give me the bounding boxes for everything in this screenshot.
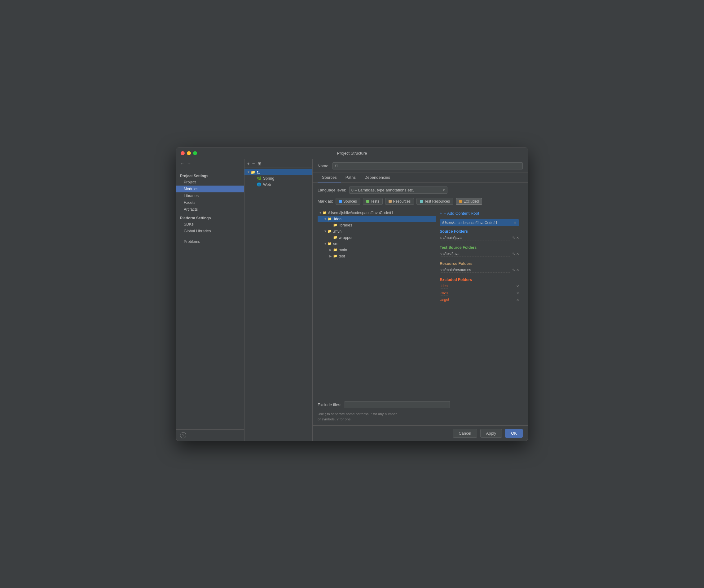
mvn-toggle[interactable]: ▼ — [324, 230, 328, 233]
test-folder-icon: 📁 — [333, 254, 338, 258]
resource-folder-edit-0[interactable]: ✎ — [512, 268, 515, 272]
excluded-dot — [459, 200, 462, 203]
exclude-files-row: Exclude files: — [313, 398, 528, 411]
content-root-path-text: /Users/…codespace/JavaCode/t1 — [442, 221, 497, 225]
tree-item-mvn[interactable]: ▼ 📁 .mvn — [317, 228, 436, 235]
sidebar-item-modules[interactable]: Modules — [176, 186, 244, 192]
tree-item-test[interactable]: ▶ 📁 test — [317, 253, 436, 259]
close-button[interactable] — [181, 151, 185, 155]
help-button[interactable]: ? — [180, 432, 186, 438]
tests-dot — [366, 200, 369, 203]
main-toggle[interactable]: ▶ — [330, 248, 333, 251]
mark-test-resources-button[interactable]: Test Resources — [416, 198, 453, 205]
panel-content: Language level: 8 – Lambdas, type annota… — [313, 183, 528, 398]
name-row: Name: — [313, 159, 528, 173]
tree-item-idea[interactable]: ▼ 📁 .idea — [317, 216, 436, 222]
test-source-folder-edit-0[interactable]: ✎ — [512, 252, 515, 256]
ok-button[interactable]: OK — [505, 429, 523, 438]
apply-button[interactable]: Apply — [480, 429, 502, 438]
source-folder-edit-0[interactable]: ✎ — [512, 236, 515, 240]
mark-excluded-button[interactable]: Excluded — [456, 198, 482, 205]
content-root-path: /Users/…codespace/JavaCode/t1 ✕ — [440, 219, 519, 226]
idea-toggle[interactable]: ▼ — [324, 217, 328, 221]
resource-folder-path-0: src/main/resources — [440, 268, 510, 273]
root-toggle[interactable]: ▼ — [319, 211, 322, 214]
sidebar-item-facets[interactable]: Facets — [176, 199, 244, 206]
mark-sources-button[interactable]: Sources — [336, 198, 360, 205]
tabs-row: Sources Paths Dependencies — [313, 173, 528, 183]
copy-module-button[interactable]: ⊞ — [257, 161, 261, 166]
cancel-button[interactable]: Cancel — [453, 429, 477, 438]
excluded-folders-section: Excluded Folders .idea ✕ .mvn ✕ — [440, 278, 519, 304]
tree-item-main[interactable]: ▶ 📁 main — [317, 247, 436, 253]
src-label: src — [333, 242, 338, 246]
module-label-spring: Spring — [263, 176, 274, 181]
mark-resources-button[interactable]: Resources — [385, 198, 414, 205]
module-tree-item-spring[interactable]: ▶ 🌿 Spring — [244, 175, 312, 182]
project-structure-window: Project Structure ← → Project Settings P… — [176, 147, 528, 441]
maximize-button[interactable] — [193, 151, 197, 155]
sidebar-item-artifacts[interactable]: Artifacts — [176, 206, 244, 213]
remove-module-button[interactable]: − — [252, 161, 255, 166]
resource-folders-section: Resource Folders src/main/resources ✎ ✕ — [440, 261, 519, 273]
sidebar-item-problems[interactable]: Problems — [176, 238, 244, 245]
name-input[interactable] — [333, 162, 523, 169]
tree-item-src[interactable]: ▼ 📁 src — [317, 241, 436, 247]
nav-arrows: ← → — [176, 159, 244, 168]
excluded-folder-remove-0[interactable]: ✕ — [516, 284, 519, 288]
source-folder-remove-0[interactable]: ✕ — [516, 236, 519, 240]
language-level-select[interactable]: 8 – Lambdas, type annotations etc.7 – Di… — [349, 186, 448, 194]
tab-paths[interactable]: Paths — [341, 173, 360, 182]
sidebar-item-sdks[interactable]: SDKs — [176, 221, 244, 228]
minimize-button[interactable] — [187, 151, 191, 155]
source-folders-section: Source Folders src/main/java ✎ ✕ — [440, 229, 519, 241]
back-arrow[interactable]: ← — [180, 161, 184, 166]
exclude-files-input[interactable] — [345, 401, 450, 408]
file-tree: ▼ 📁 /Users/ljshllw/codespace/JavaCode/t1… — [317, 209, 436, 394]
tree-item-wrapper[interactable]: ▶ 📁 wrapper — [317, 235, 436, 241]
exclude-files-label: Exclude files: — [317, 402, 342, 407]
plus-icon: + — [440, 211, 442, 216]
main-layout: ← → Project Settings Project Modules Lib… — [176, 159, 528, 441]
test-source-folders-title: Test Source Folders — [440, 245, 519, 250]
excluded-folder-remove-1[interactable]: ✕ — [516, 291, 519, 295]
mvn-folder-icon: 📁 — [328, 229, 332, 233]
resource-folder-remove-0[interactable]: ✕ — [516, 268, 519, 272]
resource-folders-title: Resource Folders — [440, 261, 519, 266]
language-level-select-wrapper: 8 – Lambdas, type annotations etc.7 – Di… — [349, 186, 448, 194]
module-tree-item-web[interactable]: ▶ 🌐 Web — [244, 182, 312, 188]
tab-dependencies[interactable]: Dependencies — [360, 173, 395, 182]
web-icon: 🌐 — [257, 182, 262, 187]
sidebar-item-libraries[interactable]: Libraries — [176, 192, 244, 199]
tree-item-libraries[interactable]: ▶ 📁 libraries — [317, 222, 436, 228]
test-source-folder-remove-0[interactable]: ✕ — [516, 252, 519, 256]
tree-toggle-t1[interactable]: ▼ — [247, 170, 251, 174]
add-content-root-button[interactable]: + + Add Content Root — [440, 211, 519, 216]
test-source-folders-section: Test Source Folders src/test/java ✎ ✕ — [440, 245, 519, 257]
src-toggle[interactable]: ▼ — [324, 242, 328, 245]
module-tree-item-t1[interactable]: ▼ 📁 t1 — [244, 169, 312, 175]
mark-tests-button[interactable]: Tests — [363, 198, 383, 205]
libraries-spacer: ▶ — [330, 223, 333, 227]
excluded-folder-remove-2[interactable]: ✕ — [516, 298, 519, 302]
test-resources-dot — [420, 200, 423, 203]
tab-sources[interactable]: Sources — [317, 173, 341, 182]
forward-arrow[interactable]: → — [187, 161, 191, 166]
add-module-button[interactable]: + — [247, 161, 250, 166]
tree-root-path[interactable]: ▼ 📁 /Users/ljshllw/codespace/JavaCode/t1 — [317, 210, 436, 216]
sidebar-item-project[interactable]: Project — [176, 179, 244, 186]
content-root-close[interactable]: ✕ — [514, 221, 517, 225]
libraries-label: libraries — [339, 223, 352, 227]
sidebar-item-global-libraries[interactable]: Global Libraries — [176, 228, 244, 235]
test-toggle[interactable]: ▶ — [330, 254, 333, 258]
excluded-folder-actions-2: ✕ — [516, 298, 519, 302]
excluded-folder-entry-2: target ✕ — [440, 297, 519, 304]
idea-label: .idea — [333, 217, 342, 221]
resource-folder-actions-0: ✎ ✕ — [512, 268, 519, 272]
libraries-folder-icon: 📁 — [333, 223, 338, 227]
resource-folder-entry-0: src/main/resources ✎ ✕ — [440, 267, 519, 273]
spacer2: ▶ — [253, 183, 257, 186]
mvn-label: .mvn — [333, 229, 342, 234]
test-source-folder-actions-0: ✎ ✕ — [512, 252, 519, 256]
titlebar: Project Structure — [176, 148, 528, 159]
